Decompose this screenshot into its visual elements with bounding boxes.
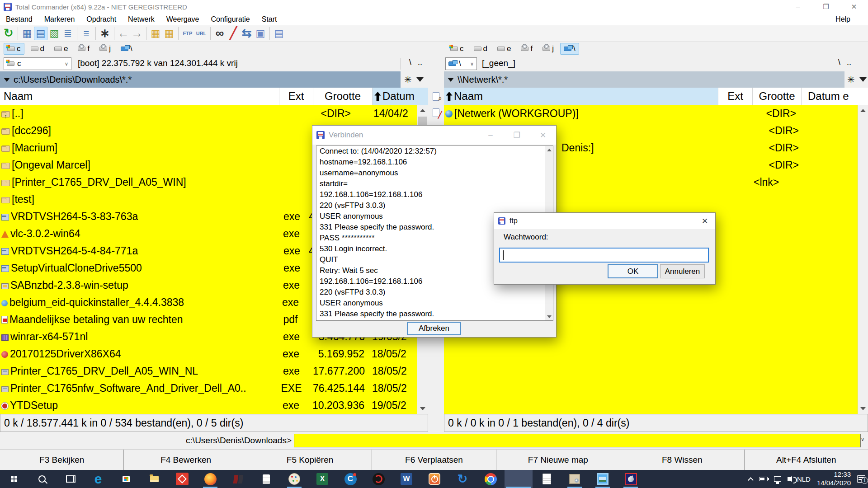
- function-key-button[interactable]: F5 Kopiëren: [248, 450, 372, 470]
- taskbar-icon[interactable]: [56, 470, 84, 488]
- taskbar-icon[interactable]: [140, 470, 168, 488]
- parent-dir-button[interactable]: ..: [418, 58, 422, 70]
- menu-item[interactable]: Weergave: [160, 15, 205, 23]
- command-line-input[interactable]: [294, 434, 861, 447]
- left-path-bar[interactable]: c:\Users\Denis\Downloads\*.*: [0, 71, 401, 88]
- root-dir-button[interactable]: \: [409, 58, 411, 70]
- scroll-down-icon[interactable]: [545, 313, 553, 320]
- toolbar-icon[interactable]: [210, 27, 211, 40]
- toolbar-icon[interactable]: [18, 27, 18, 40]
- favorites-button[interactable]: ✳: [847, 74, 855, 85]
- toolbar-icon[interactable]: ▣: [254, 27, 267, 40]
- function-key-button[interactable]: F7 Nieuwe map: [496, 450, 620, 470]
- taskbar-icon[interactable]: [505, 470, 533, 488]
- right-path-bar[interactable]: \\Netwerk\*.*: [444, 71, 844, 88]
- favorites-button[interactable]: ✳: [404, 74, 412, 85]
- menu-item[interactable]: Opdracht: [80, 15, 122, 23]
- maximize-button[interactable]: ❐: [504, 126, 530, 145]
- toolbar-icon[interactable]: ▦: [162, 27, 176, 40]
- taskbar-icon[interactable]: [364, 470, 392, 488]
- function-key-button[interactable]: F8 Wissen: [620, 450, 744, 470]
- close-button[interactable]: ✕: [840, 0, 868, 14]
- scroll-up-icon[interactable]: [858, 105, 868, 116]
- scroll-down-icon[interactable]: [417, 403, 428, 414]
- toolbar-icon[interactable]: ▦: [20, 27, 34, 40]
- menu-item[interactable]: Markeren: [38, 15, 81, 23]
- verbinden-dialog-title-bar[interactable]: Verbinden – ❐ ✕: [312, 126, 556, 145]
- right-header-ext[interactable]: Ext: [718, 88, 752, 105]
- minimize-button[interactable]: –: [784, 0, 812, 14]
- history-button[interactable]: [859, 77, 867, 82]
- toolbar-icon[interactable]: ▧: [47, 27, 61, 40]
- taskbar-icon[interactable]: [0, 470, 28, 488]
- left-header-ext[interactable]: Ext: [279, 88, 313, 105]
- command-history-dropdown-icon[interactable]: ∨: [861, 436, 864, 442]
- drive-button[interactable]: j: [539, 43, 557, 55]
- taskbar-icon[interactable]: [252, 470, 280, 488]
- taskbar-icon[interactable]: [420, 470, 448, 488]
- taskbar-icon[interactable]: ↻: [448, 470, 476, 488]
- toolbar-icon[interactable]: [95, 27, 96, 40]
- minimize-button[interactable]: –: [477, 126, 504, 145]
- drive-button[interactable]: d: [470, 43, 491, 55]
- taskbar-icon[interactable]: [168, 470, 196, 488]
- edit-file-button[interactable]: ╱: [429, 105, 443, 120]
- menu-item[interactable]: Bestand: [0, 15, 38, 23]
- parent-dir-button[interactable]: ..: [847, 58, 851, 67]
- toolbar-icon[interactable]: ╱: [226, 27, 240, 40]
- drive-button[interactable]: c: [4, 43, 24, 55]
- password-input[interactable]: [500, 249, 708, 262]
- root-dir-button[interactable]: \: [838, 58, 840, 67]
- drive-button[interactable]: \: [117, 43, 136, 55]
- toolbar-icon[interactable]: ∗: [98, 27, 112, 40]
- battery-icon[interactable]: [759, 477, 768, 481]
- drive-button[interactable]: j: [96, 43, 114, 55]
- menu-item[interactable]: Start: [256, 15, 283, 23]
- left-header-grootte[interactable]: Grootte: [313, 88, 372, 105]
- toolbar-icon[interactable]: ▤: [34, 27, 47, 40]
- left-header-datum[interactable]: Datum: [372, 88, 428, 105]
- toolbar-icon[interactable]: ↻: [2, 27, 15, 40]
- close-button[interactable]: ✕: [530, 126, 556, 145]
- file-row[interactable]: Printer_C1765nfw_Software_And_Driver_Del…: [0, 380, 417, 397]
- toolbar-icon[interactable]: ←: [117, 27, 130, 40]
- taskbar-icon[interactable]: [561, 470, 589, 488]
- taskbar-icon[interactable]: [533, 470, 561, 488]
- ftp-dialog-title-bar[interactable]: ftp ✕: [494, 213, 715, 229]
- taskbar-icon[interactable]: [196, 470, 224, 488]
- left-drive-select[interactable]: c ∨: [4, 57, 71, 70]
- file-row[interactable]: [Netwerk (WORKGROUP)] <DIR>: [444, 105, 858, 122]
- function-key-button[interactable]: F6 Verplaatsen: [372, 450, 496, 470]
- taskbar-icon[interactable]: [28, 470, 56, 488]
- taskbar-icon[interactable]: W: [392, 470, 420, 488]
- menu-item-help[interactable]: Help: [830, 15, 856, 23]
- volume-icon[interactable]: [788, 477, 791, 481]
- taskbar-icon[interactable]: [589, 470, 617, 488]
- toolbar-icon[interactable]: ▦: [149, 27, 162, 40]
- abort-button[interactable]: Afbreken: [407, 322, 461, 335]
- menu-item[interactable]: Configuratie: [205, 15, 255, 23]
- menu-item[interactable]: Netwerk: [122, 15, 160, 23]
- scroll-up-icon[interactable]: [417, 105, 428, 116]
- toolbar-icon[interactable]: [178, 27, 179, 40]
- file-row[interactable]: 20170125DriverX86X64 exe 5.169.952 18/05…: [0, 345, 417, 362]
- taskbar-icon[interactable]: e: [84, 470, 112, 488]
- right-drive-select[interactable]: \ ∨: [445, 57, 477, 70]
- taskbar-icon[interactable]: [224, 470, 252, 488]
- ok-button[interactable]: OK: [608, 264, 658, 278]
- taskbar-icon[interactable]: [280, 470, 308, 488]
- function-key-button[interactable]: F3 Bekijken: [0, 450, 124, 470]
- scroll-up-icon[interactable]: [545, 146, 553, 154]
- file-row[interactable]: [..] <DIR> 14/04/2: [0, 105, 417, 122]
- drive-button[interactable]: \: [560, 43, 579, 55]
- toolbar-icon[interactable]: ∞: [213, 27, 226, 40]
- toolbar-icon[interactable]: [146, 27, 146, 40]
- taskbar-icon[interactable]: [112, 470, 140, 488]
- action-center-icon[interactable]: 1: [857, 475, 865, 483]
- cancel-button[interactable]: Annuleren: [660, 264, 705, 278]
- drive-button[interactable]: e: [51, 43, 71, 55]
- taskbar-icon[interactable]: [617, 470, 645, 488]
- toolbar-icon[interactable]: [269, 27, 270, 40]
- right-header-naam[interactable]: Naam: [444, 88, 718, 105]
- right-header-grootte[interactable]: Grootte: [752, 88, 801, 105]
